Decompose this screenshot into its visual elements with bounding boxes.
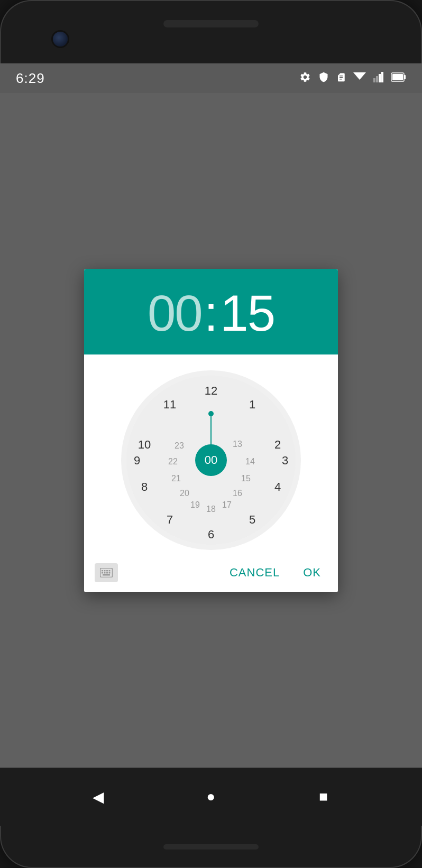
svg-rect-1: [373, 78, 375, 82]
status-time: 6:29: [16, 70, 45, 87]
bottom-speaker: [163, 844, 259, 850]
home-button[interactable]: ●: [198, 783, 224, 810]
svg-text:10: 10: [138, 438, 151, 451]
svg-text:3: 3: [282, 454, 288, 467]
clock-container: 00 12 1 2 3 4: [95, 365, 327, 555]
svg-text:15: 15: [241, 474, 251, 483]
svg-text:7: 7: [167, 513, 173, 526]
svg-text:12: 12: [205, 384, 217, 397]
status-bar: 6:29: [0, 63, 422, 93]
svg-rect-7: [392, 74, 403, 80]
svg-rect-39: [106, 570, 108, 572]
svg-point-10: [208, 411, 214, 416]
svg-text:23: 23: [175, 441, 184, 450]
svg-text:19: 19: [190, 500, 200, 509]
svg-text:18: 18: [206, 505, 216, 514]
svg-text:14: 14: [245, 457, 255, 466]
svg-rect-44: [109, 572, 111, 574]
phone-bottom-hardware: [0, 826, 422, 868]
svg-rect-45: [103, 574, 110, 576]
svg-text:2: 2: [274, 438, 281, 451]
svg-text:9: 9: [134, 454, 140, 467]
dialog-header: 00 : 15: [84, 269, 338, 354]
shield-icon: [318, 71, 329, 86]
svg-rect-2: [376, 76, 378, 82]
time-minutes[interactable]: 15: [220, 288, 274, 339]
keyboard-icon: [100, 568, 113, 577]
ok-button[interactable]: OK: [297, 562, 327, 584]
svg-rect-37: [102, 570, 103, 572]
time-hours[interactable]: 00: [148, 288, 202, 339]
svg-rect-41: [102, 572, 103, 574]
svg-text:13: 13: [233, 440, 242, 449]
time-colon: :: [204, 288, 218, 339]
svg-rect-3: [379, 74, 381, 82]
dialog-body: 00 12 1 2 3 4: [84, 354, 338, 555]
dialog-footer: CANCEL OK: [84, 555, 338, 592]
svg-text:16: 16: [233, 489, 242, 498]
battery-icon: [391, 72, 406, 85]
svg-text:4: 4: [274, 480, 281, 493]
status-icons: [299, 71, 406, 86]
sim-icon: [336, 71, 346, 86]
svg-rect-42: [104, 572, 106, 574]
time-display: 00 : 15: [148, 288, 274, 339]
dialog-actions: CANCEL OK: [223, 562, 327, 584]
svg-rect-6: [404, 75, 406, 79]
time-picker-dialog: 00 : 15: [84, 269, 338, 592]
svg-text:8: 8: [141, 480, 148, 493]
phone-top-hardware: [0, 0, 422, 63]
svg-text:1: 1: [249, 398, 255, 411]
phone-frame: 6:29: [0, 0, 422, 868]
svg-text:00: 00: [205, 453, 217, 466]
top-speaker: [163, 20, 259, 27]
keyboard-button[interactable]: [95, 563, 118, 582]
gear-icon: [299, 71, 311, 86]
wifi-icon: [353, 72, 366, 85]
svg-text:20: 20: [180, 489, 189, 498]
svg-text:6: 6: [208, 528, 214, 541]
svg-rect-38: [104, 570, 106, 572]
svg-text:5: 5: [249, 513, 255, 526]
screen-content: 00 : 15: [0, 93, 422, 768]
svg-marker-0: [353, 72, 366, 80]
back-button[interactable]: ◀: [85, 783, 112, 810]
svg-text:17: 17: [222, 500, 232, 509]
svg-text:11: 11: [163, 398, 176, 411]
signal-icon: [373, 72, 384, 85]
navigation-bar: ◀ ● ■: [0, 768, 422, 826]
svg-rect-43: [106, 572, 108, 574]
clock-face[interactable]: 00 12 1 2 3 4: [121, 370, 301, 550]
front-camera: [53, 32, 68, 46]
svg-text:22: 22: [168, 457, 178, 466]
svg-text:21: 21: [171, 474, 181, 483]
clock-svg: 00 12 1 2 3 4: [121, 370, 301, 550]
svg-rect-4: [381, 72, 383, 82]
recents-button[interactable]: ■: [310, 783, 337, 810]
svg-rect-40: [109, 570, 111, 572]
cancel-button[interactable]: CANCEL: [223, 562, 286, 584]
